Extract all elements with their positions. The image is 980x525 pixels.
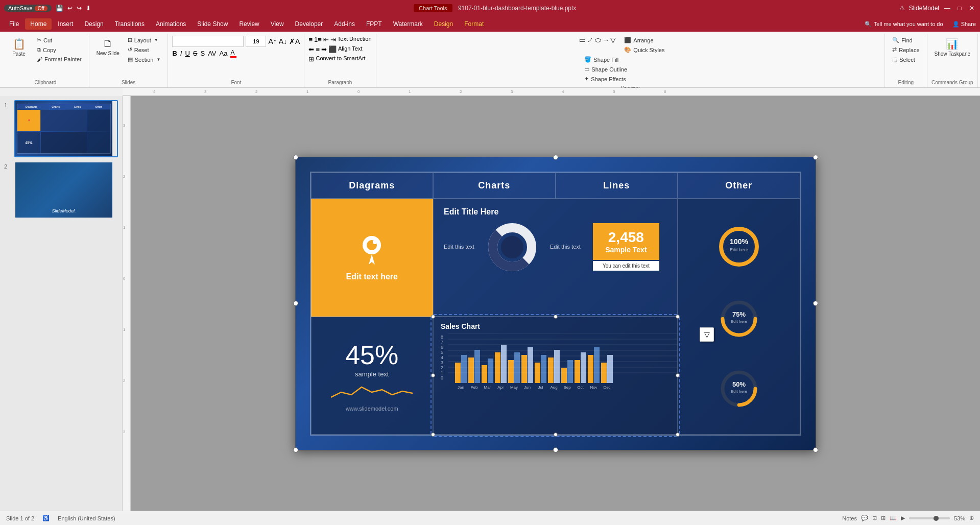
maximize-btn[interactable]: □ (955, 4, 964, 12)
copy-button[interactable]: ⧉ Copy (34, 45, 85, 54)
value-box-label[interactable]: You can edit this text (593, 261, 659, 271)
smartart-btn[interactable]: Convert to SmartArt (316, 55, 365, 63)
tell-me-box[interactable]: 🔍 Tell me what you want to do (865, 21, 943, 28)
zoom-fit-btn[interactable]: ⊕ (969, 515, 974, 521)
cut-button[interactable]: ✂ Cut (34, 36, 85, 44)
shape-arrow-icon[interactable]: → (602, 36, 609, 44)
align-left-btn[interactable]: ⬅ (308, 45, 314, 53)
diagrams-top-cell[interactable]: Edit text here (311, 199, 434, 317)
strikethrough-btn[interactable]: S (193, 50, 198, 57)
find-btn[interactable]: 🔍 Find (889, 36, 915, 44)
align-center-btn[interactable]: ≡ (316, 45, 320, 53)
bold-btn[interactable]: B (172, 50, 177, 57)
chart-handle-ml[interactable] (431, 373, 435, 377)
shape-line-icon[interactable]: ⟋ (587, 36, 594, 44)
text-direction-btn[interactable]: Text Direction (338, 36, 372, 43)
paste-button[interactable]: 📋 Paste (6, 36, 32, 59)
other-column[interactable]: 100% Edit here 75% Edit here (678, 199, 800, 435)
menu-chart-design[interactable]: Design (429, 18, 458, 30)
shape-rect-icon[interactable]: ▭ (579, 36, 586, 44)
normal-view-btn[interactable]: ⊡ (872, 515, 877, 521)
presentation-btn[interactable]: ▶ (901, 515, 905, 521)
menu-addins[interactable]: Add-ins (329, 18, 360, 30)
redo-icon[interactable]: ↪ (77, 5, 82, 12)
shape-fill-btn[interactable]: 🪣 Shape Fill (581, 55, 630, 64)
char-spacing-btn[interactable]: AV (208, 50, 216, 57)
increase-font-btn[interactable]: A↑ (268, 37, 276, 45)
header-other[interactable]: Other (678, 173, 800, 199)
indent-increase-btn[interactable]: ⇥ (330, 36, 336, 43)
slide-canvas[interactable]: Diagrams Charts Lines Other (295, 157, 816, 450)
menu-file[interactable]: File (4, 18, 24, 30)
header-charts[interactable]: Charts (433, 173, 556, 199)
menu-developer[interactable]: Developer (290, 18, 328, 30)
zoom-level[interactable]: 53% (954, 515, 965, 521)
slide-1-thumb[interactable]: Diagrams Charts Lines Other 📍 45% (14, 100, 118, 157)
slide-2-thumb[interactable]: SlideModel. (14, 161, 118, 219)
diagrams-bottom-cell[interactable]: 45% sample text www.slidemodel.com (311, 317, 434, 435)
chart-handle-br[interactable] (676, 433, 680, 437)
underline-btn[interactable]: U (185, 50, 189, 57)
clear-format-btn[interactable]: ✗A (289, 37, 300, 45)
reading-view-btn[interactable]: 📖 (890, 515, 897, 521)
arrange-btn[interactable]: ⬛ Arrange (621, 36, 667, 44)
chart-handle-tc[interactable] (554, 315, 558, 319)
align-text-btn[interactable]: Align Text (338, 45, 363, 53)
menu-home[interactable]: Home (25, 18, 52, 30)
zoom-slider[interactable] (909, 517, 950, 519)
menu-slideshow[interactable]: Slide Show (192, 18, 233, 30)
diagrams-edit-text[interactable]: Edit text here (346, 272, 398, 281)
shape-outline-btn[interactable]: ▭ Shape Outline (581, 65, 630, 74)
save-icon[interactable]: 💾 (56, 5, 63, 12)
charts-bottom-cell[interactable]: Sales Chart 0 1 2 3 4 5 6 7 (433, 317, 678, 435)
layout-button[interactable]: ⊞ Layout ▼ (125, 36, 164, 44)
menu-fppt[interactable]: FPPT (361, 18, 387, 30)
chart-handle-tr[interactable] (676, 315, 680, 319)
chart-left-label[interactable]: Edit this text (444, 243, 474, 250)
close-btn[interactable]: ✕ (968, 4, 976, 12)
handle-ml[interactable] (293, 301, 298, 306)
percent-large[interactable]: 45% (345, 340, 398, 370)
menu-animations[interactable]: Animations (151, 18, 191, 30)
charts-title[interactable]: Edit Title Here (444, 207, 667, 217)
menu-watermark[interactable]: Watermark (388, 18, 428, 30)
show-taskpane-btn[interactable]: 📊 Show Taskpane (931, 36, 973, 59)
handle-tr[interactable] (813, 155, 818, 160)
quick-styles-btn[interactable]: 🎨 Quick Styles (621, 45, 667, 54)
font-case-btn[interactable]: Aa (220, 50, 228, 57)
undo-icon[interactable]: ↩ (67, 5, 73, 12)
share-btn[interactable]: 👤 Share (952, 21, 976, 28)
select-btn[interactable]: ⬚ Select (889, 55, 918, 64)
col-btn[interactable]: ⊞ (308, 55, 314, 63)
font-size-input[interactable] (246, 36, 266, 47)
canvas-area[interactable]: Diagrams Charts Lines Other (131, 96, 980, 511)
decrease-font-btn[interactable]: A↓ (279, 37, 287, 45)
italic-btn[interactable]: I (180, 50, 182, 57)
chart-right-label[interactable]: Edit this text (550, 243, 581, 250)
shadow-btn[interactable]: S (200, 50, 205, 57)
zoom-slider-thumb[interactable] (934, 516, 939, 521)
header-diagrams[interactable]: Diagrams (311, 173, 434, 199)
menu-design[interactable]: Design (79, 18, 108, 30)
numbering-btn[interactable]: 1≡ (314, 36, 322, 43)
justify-btn[interactable]: ⬛ (328, 45, 337, 53)
comments-icon[interactable]: 💬 (861, 515, 868, 521)
font-color-btn[interactable]: A (230, 49, 236, 58)
handle-tc[interactable] (553, 155, 558, 160)
sample-text[interactable]: sample text (355, 370, 389, 378)
header-lines[interactable]: Lines (556, 173, 678, 199)
font-family-input[interactable] (172, 36, 244, 47)
handle-bc[interactable] (553, 447, 558, 452)
new-slide-button[interactable]: 🗋 New Slide (93, 36, 123, 58)
notes-btn[interactable]: Notes (842, 515, 857, 521)
value-box[interactable]: 2,458 Sample Text (593, 223, 659, 260)
menu-chart-format[interactable]: Format (459, 18, 489, 30)
slide-sorter-btn[interactable]: ⊞ (881, 515, 886, 521)
indent-decrease-btn[interactable]: ⇤ (323, 36, 329, 43)
menu-transitions[interactable]: Transitions (110, 18, 150, 30)
menu-insert[interactable]: Insert (53, 18, 78, 30)
chart-handle-tl[interactable] (431, 315, 435, 319)
chart-filter-btn[interactable]: ▽ (700, 327, 714, 342)
handle-br[interactable] (813, 447, 818, 452)
handle-bl[interactable] (293, 447, 298, 452)
